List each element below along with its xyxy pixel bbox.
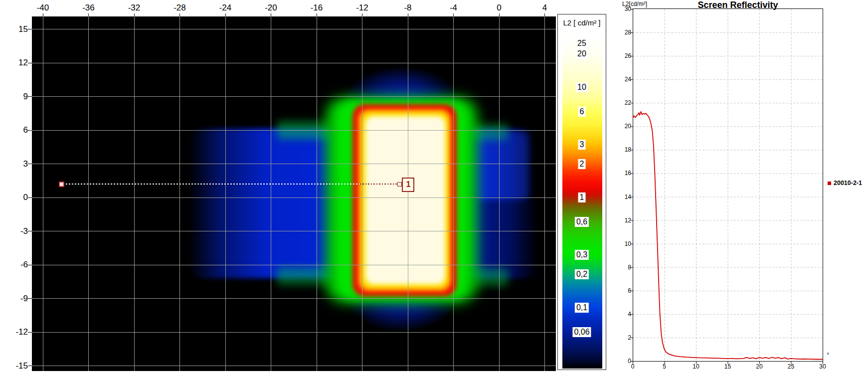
luminance-analysis-window: -40-36-32-28-24-20-16-12-8-40415129630-3…: [0, 0, 868, 379]
rc-y-tick-label: 24: [618, 76, 631, 83]
rc-y-tick-label: 30: [618, 5, 631, 12]
luminance-map-plot-area[interactable]: 1: [32, 16, 556, 371]
y-tick-mark: [28, 130, 32, 131]
y-tick-mark: [28, 197, 32, 198]
x-tick-label: -8: [394, 3, 422, 13]
rc-x-tick-label: 10: [689, 363, 703, 370]
x-tick-label: -40: [29, 3, 57, 13]
rc-x-tick-label: 25: [784, 363, 799, 370]
probe-line: [63, 184, 360, 185]
grid-hline: [32, 265, 556, 265]
grid-vline: [317, 16, 317, 371]
rc-y-tick-label: 12: [618, 217, 631, 224]
probe-end-handle[interactable]: [397, 182, 402, 187]
rc-x-tick-label: 5: [657, 363, 672, 370]
colorbar-tick-label: 20: [576, 49, 588, 59]
grid-vline: [453, 16, 454, 371]
grid-vline: [88, 16, 89, 371]
x-tick-label: -20: [257, 3, 285, 13]
grid-hline: [32, 231, 556, 231]
colorbar-tick-label: 10: [576, 82, 588, 92]
x-tick-label: 0: [485, 3, 513, 13]
colorbar-tick-label: 2: [578, 159, 586, 169]
grid-hline: [32, 366, 556, 366]
probe-line-over-bright: [360, 184, 397, 185]
rc-y-tick-label: 22: [618, 99, 631, 106]
rc-y-tick-label: 4: [618, 311, 631, 318]
rc-y-tick-label: 2: [618, 334, 631, 341]
colorbar-tick-label: 1: [578, 192, 586, 202]
y-tick-label: 3: [6, 159, 28, 169]
x-tick-label: 4: [531, 3, 559, 13]
grid-hline: [32, 63, 556, 63]
grid-vline: [179, 16, 180, 371]
rc-y-tick-label: 10: [618, 240, 631, 247]
grid-vline: [134, 16, 135, 371]
colorbar-tick-label: 0,3: [575, 250, 589, 260]
x-tick-label: -36: [75, 3, 103, 13]
rc-y-tick-label: 8: [618, 264, 631, 271]
colorbar-tick-label: 0,06: [572, 327, 591, 337]
rc-x-tick-label: 0: [625, 363, 640, 370]
y-tick-label: -3: [6, 226, 28, 236]
y-tick-label: 0: [6, 192, 28, 202]
rc-y-tick-label: 6: [618, 287, 631, 294]
y-tick-label: 6: [6, 125, 28, 135]
rc-x-tick-label: 30: [815, 363, 830, 370]
grid-vline: [43, 16, 43, 371]
y-tick-label: -6: [6, 260, 28, 270]
y-tick-mark: [28, 96, 32, 97]
rc-y-tick-label: 14: [618, 193, 631, 200]
rc-y-tick-label: 16: [618, 170, 631, 177]
colorbar-tick-label: 0,2: [575, 269, 589, 279]
probe-start-marker[interactable]: [59, 182, 64, 187]
grid-vline: [271, 16, 271, 371]
rc-y-tick-label: 18: [618, 146, 631, 153]
reflectivity-plot-area[interactable]: [618, 0, 868, 379]
y-tick-mark: [28, 164, 32, 164]
y-tick-mark: [28, 366, 32, 366]
x-tick-label: -4: [440, 3, 468, 13]
grid-vline: [362, 16, 362, 371]
grid-hline: [32, 197, 556, 198]
x-tick-label: -28: [166, 3, 194, 13]
y-tick-label: 12: [6, 58, 28, 68]
rc-y-tick-label: 26: [618, 52, 631, 59]
luminance-map-grid: [32, 16, 556, 371]
y-tick-mark: [28, 298, 32, 299]
legend-marker-icon: [828, 182, 831, 185]
x-tick-label: -12: [348, 3, 376, 13]
y-tick-mark: [28, 63, 32, 63]
colorbar: L2 [ cd/m² ] 25201063210,60,30,20,10,06: [557, 14, 606, 370]
x-axis-unit-label: °: [827, 351, 829, 359]
reflectivity-legend-item[interactable]: 20010-2-1: [828, 180, 862, 187]
colorbar-title: L2 [ cd/m² ]: [558, 18, 606, 27]
y-tick-mark: [28, 29, 32, 29]
rc-x-tick-label: 20: [752, 363, 767, 370]
grid-vline: [544, 16, 545, 371]
grid-hline: [32, 29, 556, 29]
y-tick-label: 15: [6, 24, 28, 34]
y-tick-mark: [28, 332, 32, 333]
grid-hline: [32, 96, 556, 97]
colorbar-tick-label: 25: [576, 38, 588, 48]
rc-y-tick-label: 28: [618, 29, 631, 36]
y-tick-label: 9: [6, 92, 28, 102]
colorbar-tick-label: 6: [578, 107, 586, 117]
y-tick-mark: [28, 265, 32, 265]
x-tick-label: -32: [120, 3, 148, 13]
rc-x-tick-label: 15: [720, 363, 735, 370]
grid-vline: [225, 16, 226, 371]
colorbar-tick-label: 3: [578, 140, 586, 150]
x-tick-label: -16: [303, 3, 331, 13]
grid-hline: [32, 130, 556, 131]
grid-vline: [499, 16, 500, 371]
grid-hline: [32, 298, 556, 299]
grid-vline: [408, 16, 408, 371]
rc-y-tick-label: 20: [618, 123, 631, 130]
colorbar-tick-label: 0,6: [575, 217, 589, 227]
y-tick-label: -12: [6, 327, 28, 337]
grid-hline: [32, 164, 556, 164]
probe-label-text: 1: [406, 180, 410, 189]
probe-label-box[interactable]: 1: [402, 178, 414, 192]
